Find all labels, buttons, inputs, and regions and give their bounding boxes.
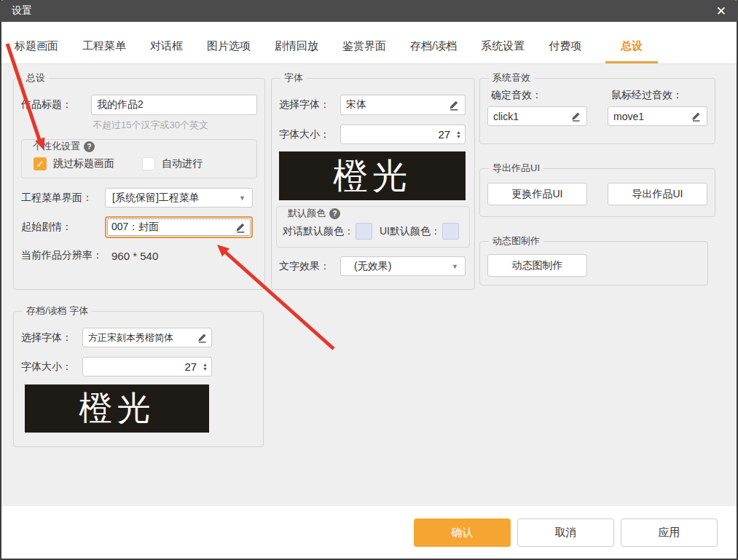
save-font-name-value: 方正宋刻本秀楷简体 <box>88 331 173 344</box>
gif-maker-button[interactable]: 动态图制作 <box>487 254 587 277</box>
edit-pencil-icon[interactable] <box>690 111 702 122</box>
group-export-ui: 导出作品UI 更换作品UI 导出作品UI <box>479 162 715 217</box>
save-font-preview: 橙光 <box>25 384 209 433</box>
skip-title-checkbox[interactable]: ✓ <box>34 157 47 170</box>
font-select-label: 选择字体： <box>279 98 340 111</box>
resolution-value: 960 * 540 <box>111 250 158 262</box>
project-menu-label: 工程菜单界面： <box>21 192 105 205</box>
tab-story-replay[interactable]: 剧情回放 <box>275 29 318 63</box>
group-system-sound: 系统音效 确定音效： click1 鼠标经过音效： move1 <box>479 71 715 144</box>
tab-general[interactable]: 总设 <box>605 29 658 63</box>
help-icon[interactable]: ? <box>329 208 340 219</box>
spinner-down-icon[interactable]: ▼ <box>456 135 461 139</box>
spinner-control[interactable]: ▲▼ <box>456 130 461 139</box>
group-gif-maker: 动态图制作 动态图制作 <box>479 234 708 285</box>
help-icon[interactable]: ? <box>84 141 95 152</box>
start-story-field[interactable]: 007：封面 <box>105 216 253 238</box>
edit-pencil-icon[interactable] <box>570 111 581 122</box>
font-name-field[interactable]: 宋体 <box>340 95 466 115</box>
group-save-font-legend: 存档/读档 字体 <box>23 304 92 318</box>
tab-dialog-box[interactable]: 对话框 <box>150 29 183 63</box>
titlebar[interactable]: 设置 ✕ <box>0 0 738 22</box>
dialog-color-swatch[interactable] <box>356 223 372 240</box>
auto-play-checkbox[interactable] <box>142 157 155 170</box>
hover-sound-block: 鼠标经过音效： move1 <box>608 89 707 126</box>
confirm-sound-label: 确定音效： <box>487 89 587 102</box>
window-title: 设置 <box>12 4 32 17</box>
chevron-down-icon: ▼ <box>239 194 246 202</box>
tab-save-load[interactable]: 存档/读档 <box>410 29 457 63</box>
edit-pencil-icon[interactable] <box>447 99 460 111</box>
cancel-button[interactable]: 取消 <box>517 518 614 547</box>
export-ui-button[interactable]: 导出作品UI <box>608 183 707 205</box>
chevron-down-icon: ▼ <box>452 263 458 270</box>
group-font-legend: 字体 <box>280 71 307 84</box>
save-font-select-label: 选择字体： <box>21 331 82 344</box>
font-size-label: 字体大小： <box>279 128 340 141</box>
text-effect-value: (无效果) <box>354 260 391 273</box>
save-font-size-value: 27 <box>184 360 197 373</box>
apply-button[interactable]: 应用 <box>621 518 718 547</box>
font-preview: 橙光 <box>279 151 466 200</box>
project-menu-value: [系统保留]工程菜单 <box>112 192 200 205</box>
spinner-control[interactable]: ▲▼ <box>203 363 208 371</box>
save-font-size-label: 字体大小： <box>21 360 82 374</box>
group-general: 总设 作品标题： 我的作品2 不超过15个汉字或30个英文 个性化设置 ? ✓ … <box>13 71 265 290</box>
confirm-sound-value: click1 <box>493 111 519 122</box>
font-size-value: 27 <box>438 128 450 141</box>
hover-sound-field[interactable]: move1 <box>608 106 707 126</box>
close-icon[interactable]: ✕ <box>716 5 726 17</box>
dialog-color-label: 对话默认颜色： <box>283 225 354 238</box>
group-font: 字体 选择字体： 宋体 字体大小： 27 ▲▼ <box>271 71 475 290</box>
text-effect-label: 文字效果： <box>279 260 340 273</box>
resolution-label: 当前作品分辨率： <box>21 249 103 262</box>
skip-title-label: 跳过标题画面 <box>53 157 114 170</box>
edit-pencil-icon[interactable] <box>196 332 208 344</box>
tab-bar: 标题画面 工程菜单 对话框 图片选项 剧情回放 鉴赏界面 存档/读档 系统设置 … <box>1 22 737 64</box>
work-title-input[interactable]: 我的作品2 <box>91 95 257 115</box>
start-story-label: 起始剧情： <box>21 221 105 234</box>
start-story-value: 007：封面 <box>111 221 159 234</box>
group-default-colors: 默认颜色 ? 对话默认颜色： UI默认颜色： <box>276 206 470 248</box>
group-personalization-legend: 个性化设置 ? <box>29 140 251 153</box>
font-name-value: 宋体 <box>346 98 366 111</box>
group-default-colors-legend: 默认颜色 ? <box>284 207 463 220</box>
dialog-footer: 确认 取消 应用 <box>1 506 737 559</box>
save-font-size-input[interactable]: 27 ▲▼ <box>82 357 212 376</box>
confirm-sound-block: 确定音效： click1 <box>487 89 587 126</box>
tab-system[interactable]: 系统设置 <box>481 29 525 63</box>
tab-image-options[interactable]: 图片选项 <box>207 29 251 63</box>
group-export-ui-legend: 导出作品UI <box>489 162 543 175</box>
hover-sound-label: 鼠标经过音效： <box>608 89 707 102</box>
auto-play-label: 自动进行 <box>162 157 203 170</box>
tab-panel-general: 总设 作品标题： 我的作品2 不超过15个汉字或30个英文 个性化设置 ? ✓ … <box>1 64 737 506</box>
tab-project-menu[interactable]: 工程菜单 <box>82 29 126 63</box>
group-gif-maker-legend: 动态图制作 <box>489 234 543 248</box>
confirm-sound-field[interactable]: click1 <box>487 106 587 126</box>
project-menu-select[interactable]: [系统保留]工程菜单 ▼ <box>105 188 253 208</box>
group-personalization: 个性化设置 ? ✓ 跳过标题画面 自动进行 <box>21 139 257 178</box>
work-title-note: 不超过15个汉字或30个英文 <box>93 119 257 132</box>
save-font-name-field[interactable]: 方正宋刻本秀楷简体 <box>82 328 212 347</box>
group-system-sound-legend: 系统音效 <box>489 71 534 84</box>
settings-dialog: 设置 ✕ 标题画面 工程菜单 对话框 图片选项 剧情回放 鉴赏界面 存档/读档 … <box>0 0 738 560</box>
ui-color-label: UI默认颜色： <box>380 225 441 238</box>
work-title-label: 作品标题： <box>21 98 91 111</box>
edit-pencil-icon[interactable] <box>234 221 246 234</box>
group-save-font: 存档/读档 字体 选择字体： 方正宋刻本秀楷简体 字体大小： 27 ▲▼ <box>13 304 264 447</box>
tab-title-screen[interactable]: 标题画面 <box>15 29 58 63</box>
text-effect-select[interactable]: (无效果) ▼ <box>340 256 466 276</box>
group-general-legend: 总设 <box>23 71 49 84</box>
font-size-input[interactable]: 27 ▲▼ <box>340 125 466 144</box>
change-ui-button[interactable]: 更换作品UI <box>487 183 587 205</box>
spinner-down-icon[interactable]: ▼ <box>203 367 208 371</box>
confirm-button[interactable]: 确认 <box>414 518 511 547</box>
work-title-value: 我的作品2 <box>97 98 144 111</box>
tab-paid-items[interactable]: 付费项 <box>549 29 581 63</box>
hover-sound-value: move1 <box>613 111 644 122</box>
ui-color-swatch[interactable] <box>442 223 459 240</box>
tab-gallery[interactable]: 鉴赏界面 <box>342 29 386 63</box>
